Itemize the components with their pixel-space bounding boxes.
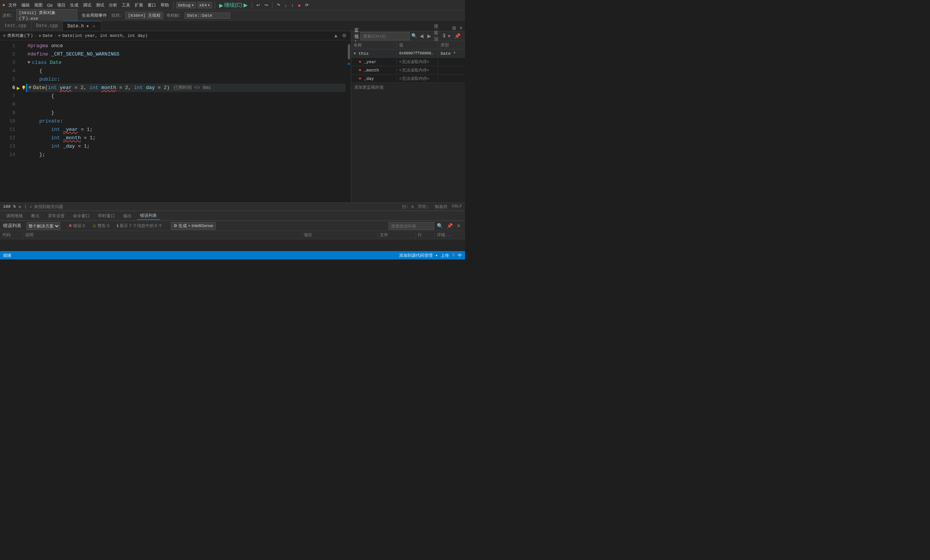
code-line-12: int _month = 1; [26, 134, 346, 142]
info-circle-icon: ℹ [117, 223, 118, 228]
errors-filter-button[interactable]: ✖ 错误 0 [65, 222, 88, 230]
scroll-thumb[interactable] [348, 44, 350, 59]
git-menu[interactable]: Git [46, 3, 54, 8]
tab-testcpp[interactable]: test.cpp [0, 21, 32, 31]
monitor-table: 名称 值 类型 ▼ this 0x00007ff600000000 {_year… [351, 41, 465, 202]
row-col-info: 行: 6 字符: 字符: 1 [402, 204, 430, 210]
bottom-tab-command[interactable]: 命令窗口 [70, 212, 93, 220]
intellisense-icon: ⚙ [174, 223, 177, 228]
code-line-3: ▼ class Date [26, 59, 346, 67]
gutter-5 [18, 75, 26, 84]
breadcrumb-settings-button[interactable]: ⚙ [341, 33, 348, 38]
vertical-scrollbar[interactable] [346, 40, 351, 202]
continue-button[interactable]: ▶ 继续(C) ▶ [218, 2, 249, 9]
build-intellisense-button[interactable]: ⚙ 生成 + IntelliSense [171, 222, 216, 230]
tab-dateh-close[interactable]: ✕ [91, 24, 97, 29]
expand-this-icon[interactable]: ▼ [354, 51, 358, 56]
error-panel: 错误列表 整个解决方案 ✖ 错误 0 ⚠ 警告 0 ℹ 展示 7 个消息中的 0… [0, 221, 465, 251]
monitor-row-day: ✖ _day <无法读取内存> [351, 75, 465, 83]
warnings-filter-button[interactable]: ⚠ 警告 0 [89, 222, 112, 230]
breadcrumb-class[interactable]: 类和对象(下) [7, 33, 33, 38]
monitor-search-input[interactable] [360, 32, 410, 40]
view-menu[interactable]: 视图 [33, 2, 44, 8]
arch-dropdown[interactable]: x64 ▾ [197, 2, 212, 8]
tab-more-button[interactable]: ≡ [458, 25, 463, 31]
error-year-icon: ✖ [359, 60, 364, 64]
debug-mode-dropdown[interactable]: Debug ▾ [176, 2, 196, 8]
code-line-7: { [26, 92, 346, 100]
redo-button[interactable]: ↪ [263, 2, 269, 8]
window-menu[interactable]: 窗口 [146, 2, 158, 8]
bottom-tab-exceptions[interactable]: 异常设置 [45, 212, 68, 220]
breadcrumb-up-button[interactable]: ▲ [332, 33, 339, 38]
error-col-line: 行 [416, 232, 435, 238]
step-over-button[interactable]: ↷ [275, 2, 282, 8]
monitor-search-icon[interactable]: 🔍 [411, 33, 417, 39]
code-line-13: int _day = 1; [26, 142, 346, 151]
tab-bar: test.cpp Date.cpp Date.h ● ✕ ⊞ ≡ [0, 21, 465, 31]
file-menu[interactable]: 文件 [7, 2, 18, 8]
messages-filter-button[interactable]: ℹ 展示 7 个消息中的 0 个 [114, 222, 165, 230]
monitor-nav-fwd[interactable]: ▶ [426, 33, 432, 39]
process-label: 进程: [2, 13, 13, 18]
step-into-button[interactable]: ↓ [283, 3, 288, 8]
tab-datecpp[interactable]: Date.cpp [32, 21, 63, 31]
step-out-button[interactable]: ↑ [290, 3, 295, 8]
help-menu[interactable]: 帮助 [159, 2, 170, 8]
code-line-2: #define _CRT_SECURE_NO_WARNINGS [26, 50, 346, 59]
analyze-menu[interactable]: 分析 [107, 2, 119, 8]
undo-button[interactable]: ↩ [255, 2, 261, 8]
lifecycle-button[interactable]: 生命周期事件 [80, 12, 108, 19]
code-editor: 1 2 3 4 5 6 7 8 9 10 11 12 13 14 [0, 40, 351, 202]
process-dropdown[interactable]: [58312] 类和对象(下).exe [16, 9, 77, 22]
upload-button[interactable]: 上传 [441, 253, 449, 258]
thread-dropdown[interactable]: [83864] 主线程 [125, 12, 163, 19]
code-content[interactable]: #pragma once #define _CRT_SECURE_NO_WARN… [26, 40, 346, 202]
monitor-nav-back[interactable]: ◀ [419, 33, 425, 39]
bottom-tab-breakpoints[interactable]: 断点 [28, 212, 43, 220]
debug-mode-label: Debug [178, 3, 191, 8]
tools-menu[interactable]: 工具 [120, 2, 132, 8]
code-line-4: { [26, 67, 346, 75]
monitor-col-type: 类型 [438, 42, 465, 48]
bottom-tab-errorlist[interactable]: 错误列表 [137, 212, 160, 220]
generate-menu[interactable]: 生成 [68, 2, 80, 8]
collapse-6[interactable]: ▼ [29, 84, 32, 92]
monitor-collapse-button[interactable]: ▾ [447, 33, 452, 39]
error-col-desc: 说明 [23, 232, 301, 238]
error-panel-pin-button[interactable]: 📌 [446, 223, 454, 229]
breadcrumb-scope[interactable]: Date [43, 33, 53, 38]
error-col-file: 文件 [377, 232, 416, 238]
add-code-button[interactable]: 添加到源代码管理 ▾ [399, 253, 438, 258]
breadcrumb-method[interactable]: Date(int year, int month, int day) [62, 33, 148, 38]
project-menu[interactable]: 项目 [56, 2, 67, 8]
stack-dropdown[interactable]: Date::Date [185, 13, 230, 19]
stop-button[interactable]: ■ [296, 3, 302, 8]
error-search-input[interactable] [389, 222, 434, 230]
monitor-pin-button[interactable]: 📌 [453, 33, 462, 39]
restart-button[interactable]: ⟳ [304, 2, 310, 8]
gutter-10 [18, 117, 26, 126]
add-watch-button[interactable]: 添加更监视的项 [351, 83, 465, 92]
debug-menu[interactable]: 调试 [81, 2, 93, 8]
tab-split-button[interactable]: ⊞ [451, 25, 457, 31]
ln-1: 1 [0, 42, 15, 50]
process-bar: 进程: [58312] 类和对象(下).exe 生命周期事件 线程: [8386… [0, 11, 465, 21]
bottom-tab-output[interactable]: 输出 [120, 212, 135, 220]
test-menu[interactable]: 测试 [94, 2, 106, 8]
lightbulb-icon[interactable]: 💡 [21, 86, 26, 90]
error-panel-close-button[interactable]: ✕ [455, 223, 462, 229]
collapse-3[interactable]: ▼ [27, 59, 30, 67]
error-scope-dropdown[interactable]: 整个解决方案 [27, 222, 60, 230]
bottom-tab-immediate[interactable]: 即时窗口 [95, 212, 118, 220]
tab-dateh[interactable]: Date.h ● ✕ [63, 21, 101, 31]
extensions-menu[interactable]: 扩展 [133, 2, 145, 8]
gutter-12 [18, 134, 26, 142]
tab-dateh-label: Date.h [67, 24, 84, 29]
ln-5: 5 [0, 75, 15, 84]
error-search-button[interactable]: 🔍 [436, 223, 444, 229]
bottom-tab-callstack[interactable]: 调用堆栈 [3, 212, 26, 220]
edit-menu[interactable]: 编辑 [20, 2, 31, 8]
arch-label: x64 [199, 3, 207, 8]
monitor-close-button[interactable]: ✕ [463, 33, 465, 39]
